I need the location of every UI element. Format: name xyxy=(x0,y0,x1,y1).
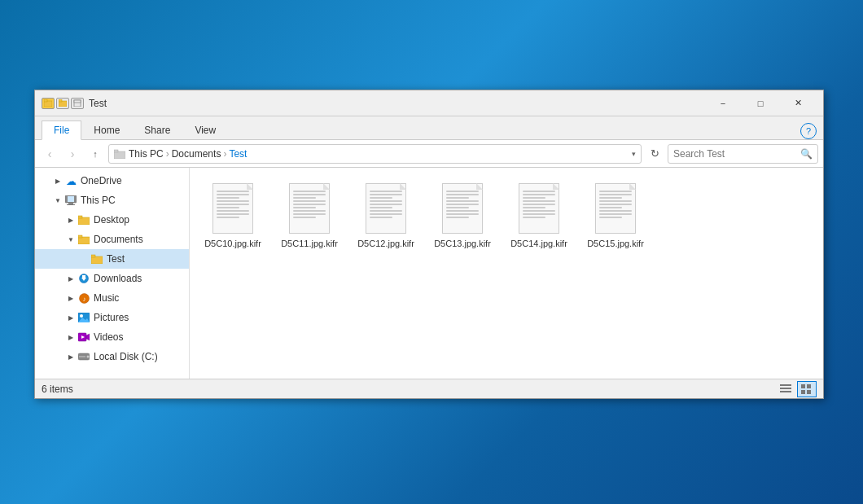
file-page-5 xyxy=(595,183,636,234)
view-icons-button[interactable] xyxy=(797,381,817,397)
file-page-0 xyxy=(212,183,253,234)
file-page-4 xyxy=(519,183,559,234)
breadcrumb-documents[interactable]: Documents xyxy=(172,148,221,160)
sidebar-item-documents[interactable]: ▼ Documents xyxy=(35,230,189,249)
file-view: D5C10.jpg.kifr D5C11.jpg.kifr xyxy=(190,168,823,379)
svg-rect-13 xyxy=(78,216,82,218)
sidebar-item-desktop[interactable]: ▶ Desktop xyxy=(35,210,189,230)
maximize-button[interactable]: □ xyxy=(742,90,779,116)
expand-arrow-videos[interactable]: ▶ xyxy=(64,331,77,344)
file-item[interactable]: D5C15.jpg.kifr xyxy=(579,174,652,253)
file-lines-5 xyxy=(596,184,635,223)
file-icon-5 xyxy=(591,180,640,237)
breadcrumb-test[interactable]: Test xyxy=(229,148,247,160)
sidebar-item-onedrive[interactable]: ▶ ☁ OneDrive xyxy=(35,171,189,191)
file-page-3 xyxy=(442,183,483,234)
sidebar-item-pictures[interactable]: ▶ Pictures xyxy=(35,308,189,327)
sidebar-label-videos: Videos xyxy=(94,331,123,343)
svg-rect-14 xyxy=(78,237,90,244)
breadcrumb[interactable]: This PC › Documents › Test ▾ xyxy=(108,144,642,164)
sidebar-label-onedrive: OneDrive xyxy=(81,175,122,186)
file-lines-1 xyxy=(290,184,329,223)
drive-icon xyxy=(77,350,90,363)
search-icon-button[interactable]: 🔍 xyxy=(799,147,813,160)
music-icon: ♪ xyxy=(77,291,90,305)
sidebar-item-videos[interactable]: ▶ Videos xyxy=(35,327,189,347)
expand-arrow-desktop[interactable]: ▶ xyxy=(64,213,77,226)
expand-arrow-documents[interactable]: ▼ xyxy=(64,233,77,246)
svg-rect-35 xyxy=(801,384,805,388)
file-icon-4 xyxy=(515,180,563,237)
file-icon-3 xyxy=(438,180,487,237)
svg-rect-34 xyxy=(780,391,791,392)
tab-home[interactable]: Home xyxy=(81,121,132,139)
file-lines-0 xyxy=(213,184,252,223)
svg-rect-10 xyxy=(68,203,73,204)
sidebar-item-localdisk[interactable]: ▶ Local Disk (C:) xyxy=(35,347,189,366)
tab-file[interactable]: File xyxy=(42,121,81,140)
expand-arrow-thispc[interactable]: ▼ xyxy=(51,194,64,207)
svg-rect-15 xyxy=(78,235,82,238)
svg-point-31 xyxy=(87,356,90,358)
file-page-2 xyxy=(366,183,406,234)
documents-icon xyxy=(77,233,90,246)
expand-arrow-downloads[interactable]: ▶ xyxy=(64,272,77,285)
expand-arrow-onedrive[interactable]: ▶ xyxy=(51,174,64,187)
search-input[interactable] xyxy=(673,148,799,160)
view-details-button[interactable] xyxy=(776,381,795,397)
svg-text:♪: ♪ xyxy=(82,296,85,303)
title-bar-icons xyxy=(42,98,84,109)
tab-share[interactable]: Share xyxy=(132,121,182,139)
breadcrumb-thispc[interactable]: This PC xyxy=(129,148,164,160)
file-icon-1 xyxy=(285,180,334,237)
help-button[interactable]: ? xyxy=(800,123,817,139)
forward-button[interactable]: › xyxy=(63,144,82,164)
file-item[interactable]: D5C12.jpg.kifr xyxy=(349,174,423,253)
sidebar-label-downloads: Downloads xyxy=(94,273,142,284)
expand-arrow-music[interactable]: ▶ xyxy=(64,291,77,305)
file-name-5: D5C15.jpg.kifr xyxy=(587,239,644,249)
sidebar-label-documents: Documents xyxy=(94,234,143,245)
desktop-icon xyxy=(77,213,90,226)
sidebar-item-thispc[interactable]: ▼ This PC xyxy=(35,191,189,210)
window-title: Test xyxy=(89,98,704,109)
file-item[interactable]: D5C14.jpg.kifr xyxy=(502,174,576,253)
breadcrumb-sep-2: › xyxy=(223,148,226,160)
svg-rect-33 xyxy=(780,388,791,389)
file-page-1 xyxy=(289,183,330,234)
file-lines-3 xyxy=(443,184,482,223)
sidebar-item-music[interactable]: ▶ ♪ Music xyxy=(35,288,189,308)
downloads-icon xyxy=(77,272,90,285)
svg-rect-30 xyxy=(79,356,85,357)
expand-arrow-localdisk[interactable]: ▶ xyxy=(64,350,77,363)
tab-view[interactable]: View xyxy=(182,121,228,139)
close-button[interactable]: ✕ xyxy=(779,90,817,116)
svg-rect-12 xyxy=(78,217,90,225)
status-bar: 6 items xyxy=(35,379,823,398)
file-item[interactable]: D5C11.jpg.kifr xyxy=(273,174,346,253)
svg-rect-32 xyxy=(780,384,791,386)
videos-icon xyxy=(77,331,90,344)
sidebar-item-test[interactable]: ▶ Test xyxy=(35,249,189,269)
minimize-button[interactable]: − xyxy=(704,90,742,116)
breadcrumb-dropdown-arrow[interactable]: ▾ xyxy=(632,150,636,158)
file-item[interactable]: D5C13.jpg.kifr xyxy=(426,174,499,253)
file-name-1: D5C11.jpg.kifr xyxy=(281,239,338,249)
svg-rect-3 xyxy=(59,99,62,102)
svg-rect-16 xyxy=(91,256,103,264)
refresh-button[interactable]: ↻ xyxy=(645,144,664,164)
expand-arrow-pictures[interactable]: ▶ xyxy=(64,311,77,324)
back-button[interactable]: ‹ xyxy=(40,144,59,164)
file-icon-2 xyxy=(361,180,410,237)
svg-rect-20 xyxy=(82,275,85,278)
search-box[interactable]: 🔍 xyxy=(668,144,818,164)
up-button[interactable]: ↑ xyxy=(85,144,105,164)
window-icon-1 xyxy=(42,98,55,109)
status-item-count: 6 items xyxy=(42,383,73,395)
thispc-icon xyxy=(64,194,77,207)
sidebar-item-downloads[interactable]: ▶ Downloads xyxy=(35,269,189,288)
view-buttons xyxy=(776,381,817,397)
sidebar-label-test: Test xyxy=(107,253,125,265)
file-item[interactable]: D5C10.jpg.kifr xyxy=(196,174,269,253)
file-lines-2 xyxy=(366,184,405,223)
